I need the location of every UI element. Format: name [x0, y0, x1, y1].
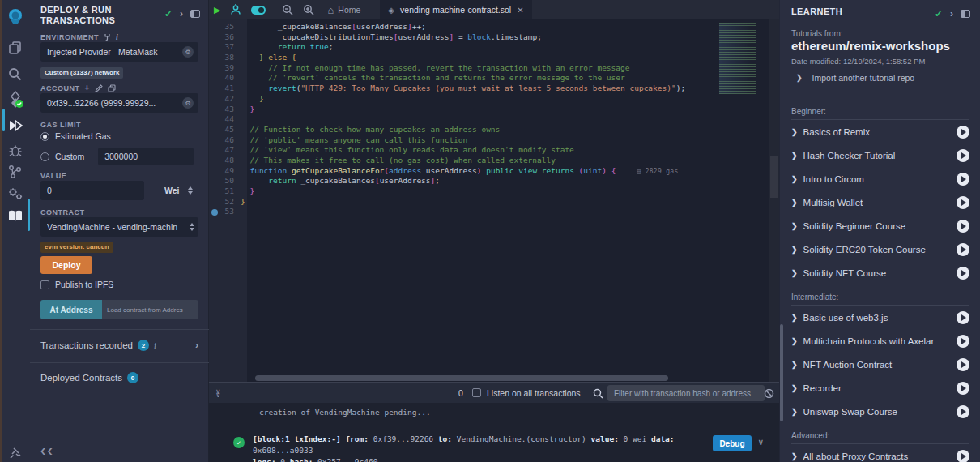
git-icon[interactable] — [0, 160, 30, 184]
code-line[interactable]: 43 } — [209, 105, 779, 115]
editor-hscrollbar[interactable] — [255, 375, 668, 381]
terminal-filter-input[interactable] — [607, 385, 765, 401]
value-unit-select[interactable]: Wei — [164, 186, 179, 195]
at-address-button[interactable]: At Address — [40, 300, 102, 319]
plug-icon[interactable] — [104, 33, 111, 41]
breakpoint-margin[interactable] — [209, 53, 219, 63]
publish-ipfs-checkbox[interactable] — [40, 280, 49, 289]
import-repo-row[interactable]: ❯ Import another tutorial repo — [796, 73, 914, 83]
account-select[interactable]: 0xf39...92266 (9999.99929... ⚙ — [40, 93, 198, 113]
terminal-collapse-icon[interactable]: ∨∨ — [209, 390, 221, 396]
play-tutorial-icon[interactable] — [957, 196, 969, 209]
play-tutorial-icon[interactable] — [957, 173, 969, 186]
search-icon[interactable] — [0, 62, 30, 86]
code-line[interactable]: 45 // Function to check how many cupcake… — [209, 125, 779, 135]
learneth-expand-icon[interactable]: › — [950, 8, 953, 19]
code-line[interactable]: 49 function getCupcakeBalanceFor(address… — [209, 166, 779, 177]
minimap[interactable] — [719, 23, 766, 94]
settings-icon[interactable] — [0, 182, 30, 206]
code-line[interactable]: 51 } — [209, 186, 779, 197]
code-line[interactable]: 42 } — [209, 94, 779, 105]
learneth-book-icon[interactable] — [0, 204, 30, 229]
assistant-icon[interactable] — [225, 0, 246, 19]
run-script-icon[interactable]: ▶ — [209, 0, 225, 19]
estimated-gas-radio[interactable] — [40, 132, 49, 141]
breakpoint-margin[interactable] — [209, 42, 219, 53]
tutorial-item[interactable]: ❯Solidity Beginner Course — [791, 214, 969, 237]
tutorial-item[interactable]: ❯Basics of Remix — [791, 120, 969, 143]
play-tutorial-icon[interactable] — [957, 267, 969, 280]
unit-updown-icon[interactable] — [188, 186, 193, 195]
play-tutorial-icon[interactable] — [957, 358, 969, 371]
collapse-panel-icon[interactable]: ❮❮ — [40, 447, 53, 455]
tutorial-item[interactable]: ❯Solidity ERC20 Token Course — [791, 237, 969, 261]
code-line[interactable]: 48 // This makes it free to call (no gas… — [209, 156, 779, 166]
breakpoint-margin[interactable] — [209, 105, 219, 115]
tx-log-line[interactable]: [block:1 txIndex:-] from: 0xf39...92266 … — [253, 434, 739, 462]
play-tutorial-icon[interactable] — [957, 149, 969, 162]
file-explorer-icon[interactable] — [0, 36, 30, 60]
breakpoint-margin[interactable] — [209, 156, 219, 166]
tutorial-item[interactable]: ❯NFT Auction Contract — [791, 353, 969, 376]
copy-account-icon[interactable] — [108, 84, 116, 92]
code-line[interactable]: 40 // 'revert' cancels the transaction a… — [209, 73, 779, 83]
code-line[interactable]: 35 _cupcakeBalances[userAddress]++; — [209, 22, 779, 32]
code-line[interactable]: 53 — [209, 207, 779, 217]
code-editor[interactable]: 35 _cupcakeBalances[userAddress]++;36 _c… — [209, 19, 779, 393]
tutorial-item[interactable]: ❯Multisig Wallet — [791, 190, 969, 214]
code-line[interactable]: 38 } else { — [209, 53, 779, 63]
code-line[interactable]: 46 // 'public' means anyone can call thi… — [209, 135, 779, 146]
code-line[interactable]: 47 // 'view' means this function only re… — [209, 145, 779, 156]
account-settings-icon[interactable]: ⚙ — [182, 97, 194, 109]
environment-settings-icon[interactable]: ⚙ — [182, 46, 194, 58]
breakpoint-margin[interactable] — [209, 207, 219, 217]
file-tab[interactable]: ◈ vending-machine-contract.sol ✕ — [380, 0, 531, 19]
editor-vscrollbar[interactable] — [769, 19, 779, 393]
code-line[interactable]: 50 return _cupcakeBalances[userAddress]; — [209, 176, 779, 186]
custom-gas-input[interactable] — [98, 148, 194, 165]
transactions-recorded-section[interactable]: Transactions recorded 2 i › — [40, 340, 198, 351]
breakpoint-margin[interactable] — [209, 186, 219, 197]
code-line[interactable]: 39 // If not enough time has passed, rev… — [209, 63, 779, 74]
tutorial-item[interactable]: ❯Hash Checker Tutorial — [791, 143, 969, 167]
home-tab[interactable]: ⌂ Home — [319, 4, 369, 16]
learneth-pin-icon[interactable] — [961, 10, 970, 18]
transactions-info-icon[interactable]: i — [154, 341, 156, 350]
code-line[interactable]: 36 _cupcakeDistributionTimes[userAddress… — [209, 32, 779, 43]
contract-select[interactable]: VendingMachine - vending-machin — [40, 217, 198, 237]
tutorial-item[interactable]: ❯Multichain Protocols with Axelar — [791, 329, 969, 353]
contract-updown-icon[interactable] — [190, 223, 194, 231]
listen-all-checkbox[interactable] — [472, 388, 481, 397]
tutorial-item[interactable]: ❯Solidity NFT Course — [791, 261, 969, 284]
close-tab-icon[interactable]: ✕ — [517, 6, 523, 15]
code-line[interactable]: 44 — [209, 114, 779, 125]
assistant-toggle[interactable] — [246, 0, 271, 19]
value-input[interactable] — [40, 181, 144, 200]
transactions-expand-icon[interactable]: › — [195, 340, 198, 351]
breakpoint-margin[interactable] — [209, 145, 219, 156]
breakpoint-margin[interactable] — [209, 32, 219, 43]
plugin-connect-icon[interactable] — [0, 441, 30, 462]
breakpoint-margin[interactable] — [209, 135, 219, 146]
play-tutorial-icon[interactable] — [957, 126, 969, 139]
zoom-out-icon[interactable] — [277, 0, 298, 19]
clear-console-icon[interactable] — [764, 387, 774, 402]
panel-pin-icon[interactable] — [190, 10, 200, 18]
panel-expand-icon[interactable]: › — [180, 8, 183, 19]
publish-ipfs-option[interactable]: Publish to IPFS — [40, 280, 113, 289]
tutorial-item[interactable]: ❯All about Proxy Contracts — [791, 444, 969, 462]
play-tutorial-icon[interactable] — [957, 382, 969, 395]
breakpoint-margin[interactable] — [209, 176, 219, 186]
deploy-run-icon[interactable] — [0, 113, 30, 138]
custom-gas-option[interactable]: Custom — [40, 148, 194, 165]
edit-account-icon[interactable] — [95, 84, 103, 92]
tutorial-item[interactable]: ❯Uniswap Swap Course — [791, 400, 969, 423]
breakpoint-margin[interactable] — [209, 73, 219, 83]
tutorial-item[interactable]: ❯Recorder — [791, 376, 969, 400]
breakpoint-margin[interactable] — [209, 22, 219, 32]
play-tutorial-icon[interactable] — [957, 220, 969, 233]
breakpoint-margin[interactable] — [209, 125, 219, 135]
breakpoint-margin[interactable] — [209, 94, 219, 105]
tutorial-item[interactable]: ❯Basic use of web3.js — [791, 306, 969, 329]
play-tutorial-icon[interactable] — [957, 405, 969, 418]
